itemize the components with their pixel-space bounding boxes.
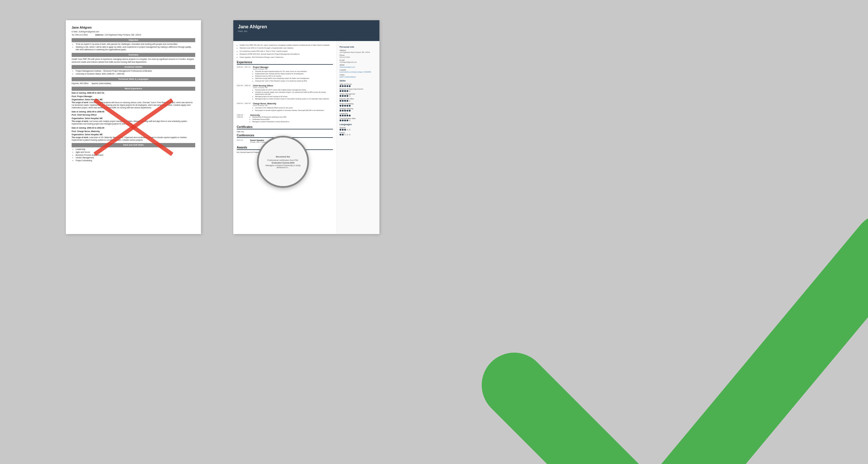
skill-dots-0 xyxy=(340,85,376,87)
list-item: Reduced costs by 32% in six months. xyxy=(255,75,333,77)
exp-title-2: Charge Nurse, Maternity xyxy=(253,103,333,105)
dot xyxy=(344,90,346,92)
skill-dots-3 xyxy=(340,100,376,102)
left-name: Jane Ahlgren xyxy=(72,25,195,30)
dot xyxy=(346,100,348,102)
address-value: 134 Rightward Way Portland, ME, 04019 xyxy=(340,52,376,53)
academic-list: Project Management Institute – Received … xyxy=(76,70,195,76)
right-name: Jane Ahlgren xyxy=(238,24,375,29)
dot xyxy=(342,115,344,116)
list-item: Graduated Summa BSN xyxy=(252,118,333,120)
dot xyxy=(346,110,348,112)
dot xyxy=(344,115,346,116)
skill-row-3: Keynote, MS Office xyxy=(340,98,376,102)
dot xyxy=(340,90,341,92)
dot xyxy=(342,129,344,130)
list-item: University of Southern Maine, BSN (1996-… xyxy=(76,73,195,76)
work-post-2: Post: Charge Nurse, Maternity xyxy=(72,130,195,133)
www-value: www.janeahlgren.com xyxy=(340,66,376,68)
right-header: Jane Ahlgren PMP, RN xyxy=(233,20,379,41)
left-email: E-Mail: JUAhlgren@gmail.com xyxy=(72,30,195,33)
dot xyxy=(346,120,348,121)
skill-dots-2 xyxy=(340,95,376,97)
list-item: Cut stockroom waste 65% with a "Just in … xyxy=(240,50,333,52)
exp-org-1: Seton Hospital, ME xyxy=(253,87,333,88)
summary-text: Health Care PMP, RN with years of experi… xyxy=(72,58,195,63)
work-org-2: Organization: Seton Hospital, ME xyxy=(72,133,195,136)
list-item: Health Care PMP, RN with 10+ years' expe… xyxy=(240,44,333,46)
objective-list: To be an expert in my area of work, with… xyxy=(76,43,195,51)
list-item: Oversaw all major hospital projects for … xyxy=(255,70,333,72)
tech-item-1: Spanish (intermediate) xyxy=(91,82,111,85)
list-item: Project Management Institute – Received … xyxy=(76,70,195,72)
tech-skills-row: Keynote, MS Office Spanish (intermediate… xyxy=(72,82,195,85)
skill-name-2: Vendor Management xyxy=(340,93,376,95)
exp-date-1: 2002-09 - 2006-05 xyxy=(237,85,251,100)
linkedin-value: www.linkedin.com/in/jane-ahlgren-7b02b85… xyxy=(340,71,376,73)
skill-name-4: Project Scheduling xyxy=(340,103,376,105)
dot xyxy=(349,110,350,112)
linkedin-label: LinkedIn xyxy=(340,69,376,71)
dot-empty xyxy=(349,129,350,130)
list-item: Implemented Lean Training and Six Sigma … xyxy=(255,73,333,75)
exp-org-2: Seton Hospital, ME xyxy=(253,105,333,106)
dot xyxy=(340,120,341,121)
technical-header: Technical Skills & Languages xyxy=(72,77,195,82)
list-item: Vendor Management xyxy=(76,156,195,159)
twitter-label: Twitter xyxy=(340,74,376,76)
dot-empty xyxy=(349,120,350,121)
dot xyxy=(342,105,344,107)
list-item: To be an expert in my area of work, with… xyxy=(76,43,195,46)
objective-header: Objective xyxy=(72,38,195,42)
dot xyxy=(349,85,350,87)
phone-label: Phone xyxy=(340,54,376,56)
list-item: Leadership xyxy=(76,148,195,151)
work-scope-2: The scope of work: Lead team of 15+ Mate… xyxy=(72,136,195,142)
exp-date-0: 2006-05 - 2017-01 xyxy=(237,66,251,82)
exp-detail-2: Charge Nurse, Maternity Seton Hospital, … xyxy=(253,103,333,112)
work-date-label-2: Date of Joining: 2000-03 to 2002-09 xyxy=(72,126,195,129)
skill-row-5: Strategic Planning xyxy=(340,108,376,112)
skill-row-2: Vendor Management xyxy=(340,93,376,97)
dot xyxy=(346,90,348,92)
work-post-1: Post: Chief Nursing Officer xyxy=(72,114,195,116)
list-item: Seeking a role, where I will be able to … xyxy=(76,46,195,51)
dot xyxy=(340,95,341,97)
dot xyxy=(344,85,346,87)
lang-row-0: Spanish xyxy=(340,127,376,130)
dot xyxy=(342,120,344,121)
work-org-0: Organization: Seton Hospital, ME xyxy=(72,98,195,101)
lang-dots-1 xyxy=(340,134,376,136)
summary-header: Summary xyxy=(72,53,195,57)
dot xyxy=(346,105,348,107)
skill-dots-7 xyxy=(340,120,376,121)
exp-detail-0: Project Manager Seton Hospital, ME Overs… xyxy=(253,66,333,82)
list-item: Managed project for lean training of all… xyxy=(255,96,333,98)
academic-header: Academic Details xyxy=(72,65,195,69)
right-sidebar: Personal Info Address 134 Rightward Way … xyxy=(337,41,379,234)
dot xyxy=(342,95,344,97)
dot xyxy=(344,105,346,107)
dot xyxy=(340,134,341,136)
dot-empty xyxy=(344,134,346,136)
edu-title: University xyxy=(250,114,333,116)
personal-info-title: Personal Info xyxy=(340,46,376,48)
right-resume: Jane Ahlgren PMP, RN Health Care PMP, RN… xyxy=(233,20,379,234)
dot-empty xyxy=(349,95,350,97)
dot-empty xyxy=(346,134,348,136)
dot-empty xyxy=(346,129,348,130)
skills-title: Skills xyxy=(340,80,376,82)
magnifier: Received the Professional certification … xyxy=(257,136,309,188)
lang-dots-0 xyxy=(340,129,376,130)
skill-dots-1 xyxy=(340,90,376,92)
skill-name-3: Keynote, MS Office xyxy=(340,98,376,100)
skill-row-6: Leadership xyxy=(340,113,376,116)
languages-title: Languages xyxy=(340,123,376,126)
work-org-1: Organization: Seton Hospital, ME xyxy=(72,117,195,120)
email-value: JUAhlgren@gmail.com xyxy=(340,61,376,63)
www-label: WWW xyxy=(340,64,376,66)
list-item: Slashed costs 32% in 6 months through a … xyxy=(240,47,333,49)
dot xyxy=(342,134,344,136)
skill-name-5: Strategic Planning xyxy=(340,108,376,110)
work-scope-0: The scope of work: Oversaw hospital proj… xyxy=(72,102,195,109)
